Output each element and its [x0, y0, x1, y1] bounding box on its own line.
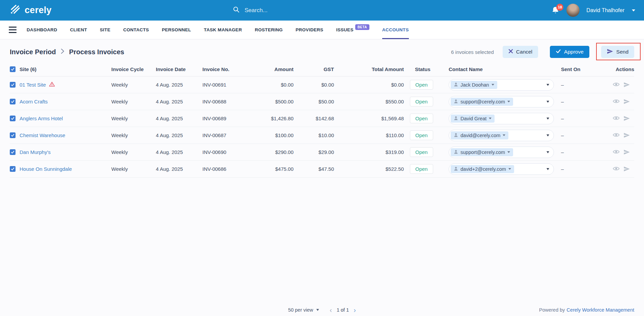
- approve-button[interactable]: Approve: [550, 46, 589, 58]
- send-button[interactable]: Send: [601, 46, 634, 58]
- contact-select[interactable]: support@cerely.com: [449, 147, 554, 158]
- avatar[interactable]: [566, 4, 580, 17]
- send-invoice-icon[interactable]: [623, 166, 630, 172]
- cancel-button[interactable]: Cancel: [503, 46, 538, 58]
- view-invoice-icon[interactable]: [613, 132, 620, 138]
- contact-name: David Great: [460, 116, 486, 121]
- table-row: House On Sunningdale Weekly 4 Aug. 2025 …: [10, 161, 634, 178]
- nav-item-personnel[interactable]: PERSONNEL: [162, 21, 191, 39]
- select-all-checkbox[interactable]: [10, 66, 16, 72]
- header-site[interactable]: Site (6): [20, 66, 111, 72]
- site-link[interactable]: House On Sunningdale: [20, 166, 72, 172]
- sent-on-value: –: [558, 82, 604, 88]
- header-total-amount[interactable]: Total Amount: [334, 66, 404, 72]
- select-caret-icon[interactable]: [547, 134, 549, 136]
- send-icon: [607, 49, 613, 56]
- select-caret-icon[interactable]: [547, 101, 549, 103]
- header-status[interactable]: Status: [404, 66, 449, 72]
- per-view-select[interactable]: 50 per view: [288, 307, 319, 313]
- view-invoice-icon[interactable]: [613, 99, 620, 104]
- per-view-caret-icon: [316, 309, 319, 311]
- site-link[interactable]: Acorn Crafts: [20, 99, 48, 104]
- view-invoice-icon[interactable]: [613, 166, 620, 172]
- view-invoice-icon[interactable]: [613, 82, 620, 88]
- nav-item-contacts[interactable]: CONTACTS: [123, 21, 149, 39]
- chip-caret-icon[interactable]: [507, 151, 510, 153]
- nav-item-site[interactable]: SITE: [100, 21, 110, 39]
- powered-by-link[interactable]: Cerely Workforce Management: [567, 307, 634, 313]
- chip-caret-icon[interactable]: [507, 101, 510, 102]
- row-checkbox[interactable]: [10, 132, 16, 138]
- view-invoice-icon[interactable]: [613, 116, 620, 121]
- amount-value: $1,426.80: [252, 116, 293, 121]
- sent-on-value: –: [558, 166, 604, 172]
- breadcrumb-invoice-period[interactable]: Invoice Period: [10, 48, 56, 56]
- select-caret-icon[interactable]: [547, 84, 549, 86]
- amount-value: $290.00: [252, 149, 293, 155]
- send-invoice-icon[interactable]: [623, 149, 630, 155]
- row-checkbox[interactable]: [10, 82, 16, 88]
- nav-item-client[interactable]: CLIENT: [70, 21, 87, 39]
- total-amount-value: $319.00: [334, 149, 404, 155]
- contact-select[interactable]: david+2@cerely.com: [449, 163, 554, 175]
- contact-select[interactable]: david@cerely.com: [449, 130, 554, 141]
- warning-icon: [49, 82, 55, 88]
- header-invoice-date[interactable]: Invoice Date: [156, 66, 202, 72]
- chip-caret-icon[interactable]: [489, 118, 492, 119]
- contact-chip[interactable]: david@cerely.com: [451, 131, 508, 139]
- contact-select[interactable]: David Great: [449, 113, 554, 124]
- header-gst[interactable]: GST: [293, 66, 334, 72]
- send-invoice-icon[interactable]: [623, 82, 630, 88]
- select-caret-icon[interactable]: [547, 118, 549, 120]
- site-link[interactable]: Anglers Arms Hotel: [20, 116, 63, 121]
- contact-select[interactable]: Jack Doohan: [449, 79, 554, 91]
- notifications-button[interactable]: 18: [552, 6, 560, 15]
- select-caret-icon[interactable]: [547, 151, 549, 153]
- header-amount[interactable]: Amount: [252, 66, 293, 72]
- contact-chip[interactable]: support@cerely.com: [451, 148, 513, 156]
- nav-item-dashboard[interactable]: DASHBOARD: [27, 21, 57, 39]
- person-icon: [454, 99, 458, 104]
- menu-icon[interactable]: [9, 27, 17, 33]
- nav-item-accounts[interactable]: ACCOUNTS: [382, 21, 409, 39]
- send-invoice-icon[interactable]: [623, 132, 630, 138]
- contact-select[interactable]: support@cerely.com: [449, 96, 554, 107]
- main-nav: DASHBOARD CLIENT SITE CONTACTS PERSONNEL…: [0, 21, 644, 39]
- chip-caret-icon[interactable]: [503, 134, 505, 136]
- nav-item-task-manager[interactable]: TASK MANAGER: [204, 21, 242, 39]
- search-input[interactable]: [245, 7, 353, 14]
- next-page-icon[interactable]: ›: [354, 307, 356, 313]
- row-checkbox[interactable]: [10, 149, 16, 155]
- site-link[interactable]: Chemist Warehouse: [20, 132, 65, 138]
- contact-chip[interactable]: support@cerely.com: [451, 98, 513, 106]
- contact-chip[interactable]: david+2@cerely.com: [451, 165, 514, 173]
- contact-chip[interactable]: David Great: [451, 115, 495, 123]
- sent-on-value: –: [558, 116, 604, 121]
- brand-logo[interactable]: cerely: [9, 3, 52, 18]
- select-caret-icon[interactable]: [547, 168, 549, 170]
- status-badge: Open: [410, 130, 433, 140]
- row-checkbox[interactable]: [10, 116, 16, 121]
- send-invoice-icon[interactable]: [623, 116, 630, 121]
- header-sent-on[interactable]: Sent On: [558, 66, 604, 72]
- contact-name: support@cerely.com: [460, 99, 505, 104]
- row-checkbox[interactable]: [10, 99, 16, 104]
- header-contact-name[interactable]: Contact Name: [449, 66, 558, 72]
- nav-item-issues[interactable]: ISSUES BETA: [336, 21, 369, 39]
- view-invoice-icon[interactable]: [613, 149, 620, 155]
- nav-item-providers[interactable]: PROVIDERS: [296, 21, 323, 39]
- row-checkbox[interactable]: [10, 166, 16, 172]
- site-link[interactable]: Dan Murphy's: [20, 149, 51, 155]
- chip-caret-icon[interactable]: [492, 84, 494, 86]
- header-invoice-no[interactable]: Invoice No.: [202, 66, 252, 72]
- site-link[interactable]: 01 Test Site: [20, 82, 46, 88]
- invoice-cycle: Weekly: [111, 82, 156, 88]
- header-invoice-cycle[interactable]: Invoice Cycle: [111, 66, 156, 72]
- nav-item-rostering[interactable]: ROSTERING: [255, 21, 283, 39]
- prev-page-icon[interactable]: ‹: [330, 307, 332, 313]
- user-menu-caret-icon[interactable]: [632, 9, 635, 11]
- chip-caret-icon[interactable]: [508, 168, 511, 170]
- sent-on-value: –: [558, 149, 604, 155]
- contact-chip[interactable]: Jack Doohan: [451, 81, 497, 89]
- send-invoice-icon[interactable]: [623, 99, 630, 104]
